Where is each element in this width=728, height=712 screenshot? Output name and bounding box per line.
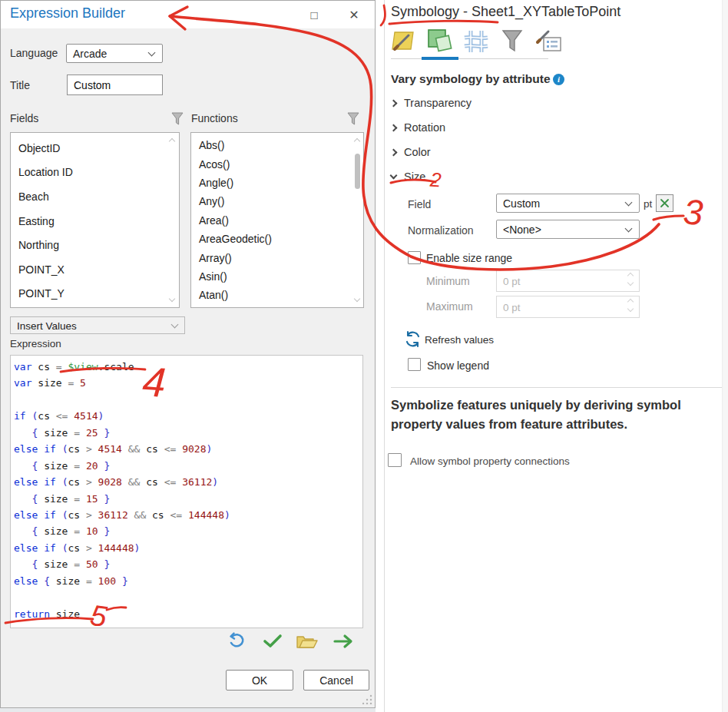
function-item[interactable]: Angle() <box>191 174 363 192</box>
maximum-spinner[interactable]: 0 pt <box>496 296 640 318</box>
chevron-down-icon <box>171 320 179 328</box>
fields-filter-icon[interactable] <box>170 111 184 126</box>
vary-attributes-icon <box>426 28 454 55</box>
spinner-chevrons-icon[interactable] <box>628 273 633 285</box>
language-value: Arcade <box>73 48 107 60</box>
function-item[interactable]: Asin() <box>191 267 363 286</box>
section-size[interactable]: Size <box>391 171 425 183</box>
close-icon[interactable]: ✕ <box>342 6 366 25</box>
set-expression-button[interactable] <box>656 194 673 212</box>
chevron-down-icon <box>148 48 156 56</box>
panel-title: Symbology - Sheet1_XYTableToPoint <box>391 4 620 20</box>
expression-code-editor[interactable]: var cs = $view.scalevar size = 5 if (cs … <box>10 355 363 628</box>
function-item[interactable]: Any() <box>191 192 363 210</box>
desktop-background <box>0 708 376 712</box>
refresh-icon[interactable] <box>404 330 422 348</box>
undo-icon[interactable] <box>227 632 247 651</box>
show-legend-label: Show legend <box>427 359 489 372</box>
maximum-label: Maximum <box>426 300 473 313</box>
scroll-down-icon[interactable] <box>354 296 360 302</box>
vary-heading: Vary symbology by attribute <box>391 72 551 86</box>
title-input[interactable]: Custom <box>67 75 163 95</box>
panel-scrollbar[interactable] <box>722 0 728 712</box>
expression-label: Expression <box>10 338 61 349</box>
insert-values-dropdown[interactable]: Insert Values <box>10 316 185 334</box>
show-legend-checkbox[interactable] <box>408 358 421 371</box>
functions-filter-icon[interactable] <box>346 111 360 126</box>
tabstrip-divider <box>391 58 548 59</box>
tab-vary-symbology-by-attribute[interactable] <box>425 28 455 55</box>
cancel-button[interactable]: Cancel <box>303 670 369 690</box>
validate-check-icon[interactable] <box>263 634 283 649</box>
section-rotation[interactable]: Rotation <box>391 121 445 134</box>
section-transparency[interactable]: Transparency <box>391 97 472 109</box>
spinner-chevrons-icon[interactable] <box>628 300 633 311</box>
dialog-title: Expression Builder <box>10 5 125 22</box>
chevron-down-icon <box>625 224 633 232</box>
functions-scrollbar[interactable] <box>352 134 362 306</box>
tab-advanced-symbology-options[interactable] <box>534 28 563 55</box>
function-item[interactable]: AreaGeodetic() <box>191 230 363 248</box>
open-folder-icon[interactable] <box>296 634 318 649</box>
field-dropdown[interactable]: Custom <box>496 194 640 213</box>
code-line: var size = 5 <box>14 375 362 391</box>
maximize-icon[interactable]: □ <box>302 6 326 25</box>
code-line: { size = 25 } <box>14 425 362 441</box>
code-line <box>14 589 362 605</box>
tab-scale-based-symbol-classes[interactable] <box>498 28 527 55</box>
allow-property-connections-label: Allow symbol property connections <box>410 455 570 467</box>
field-item[interactable]: Easting <box>11 209 179 233</box>
info-icon[interactable]: i <box>553 74 564 85</box>
fields-listbox[interactable]: ObjectIDLocation IDBeachEastingNorthingP… <box>10 132 180 308</box>
functions-label: Functions <box>191 112 238 124</box>
chevron-right-icon <box>390 99 398 107</box>
function-item[interactable]: Atan() <box>191 286 363 304</box>
normalization-dropdown[interactable]: <None> <box>496 220 640 239</box>
field-value: Custom <box>503 197 540 210</box>
function-item[interactable]: Acos() <box>191 154 363 173</box>
active-tab-indicator <box>422 57 458 60</box>
unit-label: pt <box>644 198 652 210</box>
function-item[interactable]: Atan2() <box>191 305 363 308</box>
field-item[interactable]: POINT_X <box>11 257 179 282</box>
code-line: if (cs <= 4514) <box>14 408 362 424</box>
chevron-right-icon <box>390 148 398 156</box>
unique-symbolize-statement: Symbolize features uniquely by deriving … <box>391 396 718 434</box>
minimum-label: Minimum <box>426 275 470 287</box>
section-color[interactable]: Color <box>391 146 431 158</box>
resize-grip[interactable] <box>362 694 373 704</box>
expression-builder-dialog: Expression Builder □ ✕ Language Arcade T… <box>0 0 376 708</box>
tab-primary-symbology[interactable] <box>389 28 419 55</box>
field-item[interactable]: ObjectID <box>11 136 179 161</box>
section-label: Rotation <box>404 121 445 134</box>
insert-values-label: Insert Values <box>17 320 77 331</box>
function-item[interactable]: Area() <box>191 211 363 230</box>
code-line: else if (cs > 9028 && cs <= 36112) <box>14 474 362 490</box>
scrollbar-thumb[interactable] <box>355 154 360 189</box>
scroll-up-icon[interactable] <box>354 138 360 144</box>
allow-property-connections-checkbox[interactable] <box>388 453 402 467</box>
code-line: { size = 10 } <box>14 523 362 539</box>
function-item[interactable]: Abs() <box>191 136 363 154</box>
export-arrow-icon[interactable] <box>333 634 353 649</box>
ok-button[interactable]: OK <box>226 670 293 690</box>
enable-size-range-checkbox[interactable] <box>408 251 421 264</box>
code-line: { size = 20 } <box>14 458 362 474</box>
enable-size-range-label: Enable size range <box>426 252 512 264</box>
note-brush-icon <box>390 29 418 54</box>
field-item[interactable]: Northing <box>11 233 179 257</box>
chevron-right-icon <box>390 124 398 131</box>
fields-label: Fields <box>10 112 38 124</box>
minimum-spinner[interactable]: 0 pt <box>496 270 640 292</box>
field-item[interactable]: Location ID <box>11 161 179 185</box>
field-item[interactable]: POINT_Y <box>11 282 179 306</box>
section-label: Transparency <box>404 97 472 109</box>
functions-listbox[interactable]: Abs()Acos()Angle()Any()Area()AreaGeodeti… <box>190 132 364 308</box>
field-item[interactable]: Beach <box>11 184 179 209</box>
language-label: Language <box>10 47 58 59</box>
code-line: return size <box>14 606 362 622</box>
language-dropdown[interactable]: Arcade <box>66 44 163 63</box>
function-item[interactable]: Array() <box>191 248 363 267</box>
tab-symbol-layer-drawing[interactable] <box>462 28 491 55</box>
refresh-values-label[interactable]: Refresh values <box>425 334 494 346</box>
